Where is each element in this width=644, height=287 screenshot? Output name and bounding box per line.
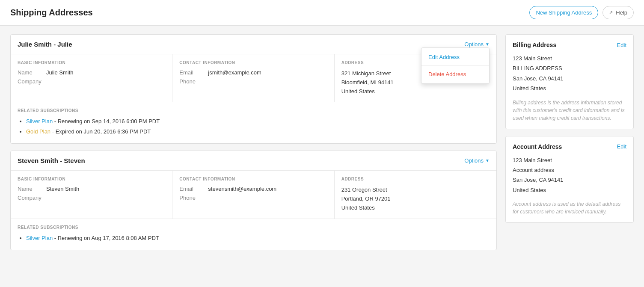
account-panel-title: Account Address bbox=[513, 143, 562, 150]
account-line3: San Jose, CA 94141 bbox=[513, 175, 626, 185]
address-card-julie-smith: Julie Smith - Julie Options ▼ Edit Addre… bbox=[10, 34, 497, 144]
name-row: Name Julie Smith bbox=[18, 69, 165, 76]
email-key: Email bbox=[179, 69, 203, 76]
subscriptions-section-steven: RELATED SUBSCRIPTIONS Silver Plan - Rene… bbox=[11, 219, 496, 250]
address-block-steven: 231 Oregon Street Portland, OR 97201 Uni… bbox=[341, 186, 490, 212]
contact-info-label: CONTACT INFORMATION bbox=[179, 177, 327, 181]
chevron-down-icon: ▼ bbox=[485, 42, 490, 47]
email-value: stevensmith@example.com bbox=[208, 186, 276, 192]
options-button-steven[interactable]: Options ▼ bbox=[464, 157, 490, 164]
basic-info-section-steven: BASIC INFORMATION Name Steven Smith Comp… bbox=[11, 171, 172, 218]
sub-text-silver-steven: - Renewing on Aug 17, 2016 8:08 AM PDT bbox=[53, 235, 159, 241]
company-row: Company bbox=[18, 195, 165, 201]
account-line1: 123 Main Street bbox=[513, 155, 626, 165]
sub-text-gold: - Expired on Jun 20, 2016 6:36 PM PDT bbox=[50, 128, 151, 135]
basic-info-section: BASIC INFORMATION Name Julie Smith Compa… bbox=[11, 54, 172, 102]
company-row: Company bbox=[18, 78, 165, 85]
account-panel-header: Account Address Edit bbox=[513, 143, 626, 150]
options-container: Options ▼ Edit Address Delete Address bbox=[464, 41, 490, 47]
company-key: Company bbox=[18, 78, 42, 85]
company-key: Company bbox=[18, 195, 42, 201]
options-dropdown-julie: Edit Address Delete Address bbox=[421, 47, 490, 84]
account-address-block: 123 Main Street Account address San Jose… bbox=[513, 155, 626, 195]
list-item: Silver Plan - Renewing on Sep 14, 2016 6… bbox=[26, 117, 490, 126]
account-edit-link[interactable]: Edit bbox=[617, 143, 626, 150]
address-owner-name: Julie Smith - Julie bbox=[18, 41, 72, 48]
billing-line2: BILLING ADDRESS bbox=[513, 63, 626, 73]
subscription-list-steven: Silver Plan - Renewing on Aug 17, 2016 8… bbox=[18, 234, 490, 243]
subscriptions-label: RELATED SUBSCRIPTIONS bbox=[18, 108, 490, 113]
card-header-julie: Julie Smith - Julie Options ▼ Edit Addre… bbox=[11, 35, 496, 54]
card-header-steven: Steven Smith - Steven Options ▼ bbox=[11, 151, 496, 171]
top-header: Shipping Addresses New Shipping Address … bbox=[0, 0, 644, 26]
new-shipping-address-button[interactable]: New Shipping Address bbox=[529, 6, 598, 19]
edit-address-button[interactable]: Edit Address bbox=[421, 50, 489, 65]
email-row: Email stevensmith@example.com bbox=[179, 186, 327, 192]
address-line3: United States bbox=[341, 87, 490, 96]
billing-line3: San Jose, CA 94141 bbox=[513, 74, 626, 83]
subscription-list-julie: Silver Plan - Renewing on Sep 14, 2016 6… bbox=[18, 117, 490, 136]
billing-line4: United States bbox=[513, 83, 626, 93]
email-row: Email jsmith@example.com bbox=[179, 69, 327, 76]
account-line4: United States bbox=[513, 185, 626, 195]
billing-address-panel: Billing Address Edit 123 Main Street BIL… bbox=[505, 34, 634, 129]
silver-plan-link[interactable]: Silver Plan bbox=[26, 118, 53, 124]
name-value: Steven Smith bbox=[46, 186, 79, 192]
phone-key: Phone bbox=[179, 195, 203, 201]
help-button[interactable]: ↗ Help bbox=[602, 6, 634, 19]
address-label: ADDRESS bbox=[341, 177, 490, 181]
name-row: Name Steven Smith bbox=[18, 186, 165, 192]
billing-note: Billing address is the address informati… bbox=[513, 99, 626, 122]
basic-info-label: BASIC INFORMATION bbox=[18, 177, 165, 181]
options-button-julie[interactable]: Options ▼ bbox=[464, 41, 490, 47]
address-card-steven-smith: Steven Smith - Steven Options ▼ BASIC IN… bbox=[10, 151, 497, 250]
address-line3: United States bbox=[341, 204, 490, 213]
delete-address-button[interactable]: Delete Address bbox=[421, 67, 489, 82]
chevron-down-icon: ▼ bbox=[485, 158, 490, 163]
dropdown-divider bbox=[421, 65, 489, 66]
account-note: Account address is used as the default a… bbox=[513, 200, 626, 216]
list-item: Gold Plan - Expired on Jun 20, 2016 6:36… bbox=[26, 127, 490, 136]
header-actions: New Shipping Address ↗ Help bbox=[529, 6, 634, 19]
billing-panel-title: Billing Address bbox=[513, 41, 556, 48]
phone-row: Phone bbox=[179, 78, 327, 85]
billing-address-block: 123 Main Street BILLING ADDRESS San Jose… bbox=[513, 53, 626, 94]
billing-panel-header: Billing Address Edit bbox=[513, 41, 626, 48]
email-key: Email bbox=[179, 186, 203, 192]
subscriptions-section-julie: RELATED SUBSCRIPTIONS Silver Plan - Rene… bbox=[11, 102, 496, 143]
contact-info-section: CONTACT INFORMATION Email jsmith@example… bbox=[172, 54, 334, 102]
name-value: Julie Smith bbox=[46, 69, 74, 76]
contact-info-section-steven: CONTACT INFORMATION Email stevensmith@ex… bbox=[172, 171, 334, 218]
sub-text-silver: - Renewing on Sep 14, 2016 6:00 PM PDT bbox=[53, 118, 160, 124]
email-value: jsmith@example.com bbox=[208, 69, 261, 76]
phone-key: Phone bbox=[179, 78, 203, 85]
account-address-panel: Account Address Edit 123 Main Street Acc… bbox=[505, 136, 634, 223]
silver-plan-link-steven[interactable]: Silver Plan bbox=[26, 235, 53, 241]
address-owner-name: Steven Smith - Steven bbox=[18, 157, 85, 164]
name-key: Name bbox=[18, 186, 41, 192]
phone-row: Phone bbox=[179, 195, 327, 201]
page-title: Shipping Addresses bbox=[10, 8, 93, 18]
left-column: Julie Smith - Julie Options ▼ Edit Addre… bbox=[10, 34, 497, 250]
options-container-steven: Options ▼ bbox=[464, 157, 490, 164]
main-content: Julie Smith - Julie Options ▼ Edit Addre… bbox=[0, 26, 644, 259]
basic-info-label: BASIC INFORMATION bbox=[18, 60, 165, 65]
billing-line1: 123 Main Street bbox=[513, 53, 626, 63]
list-item: Silver Plan - Renewing on Aug 17, 2016 8… bbox=[26, 234, 490, 243]
address-line2: Portland, OR 97201 bbox=[341, 195, 490, 204]
subscriptions-label: RELATED SUBSCRIPTIONS bbox=[18, 225, 490, 230]
name-key: Name bbox=[18, 69, 41, 76]
external-link-icon: ↗ bbox=[609, 10, 613, 15]
billing-edit-link[interactable]: Edit bbox=[617, 42, 626, 48]
address-line1: 231 Oregon Street bbox=[341, 186, 490, 195]
address-section-steven: ADDRESS 231 Oregon Street Portland, OR 9… bbox=[335, 171, 496, 218]
right-column: Billing Address Edit 123 Main Street BIL… bbox=[505, 34, 634, 223]
gold-plan-link[interactable]: Gold Plan bbox=[26, 128, 50, 135]
account-line2: Account address bbox=[513, 165, 626, 175]
info-grid-steven: BASIC INFORMATION Name Steven Smith Comp… bbox=[11, 171, 496, 219]
contact-info-label: CONTACT INFORMATION bbox=[179, 60, 327, 65]
